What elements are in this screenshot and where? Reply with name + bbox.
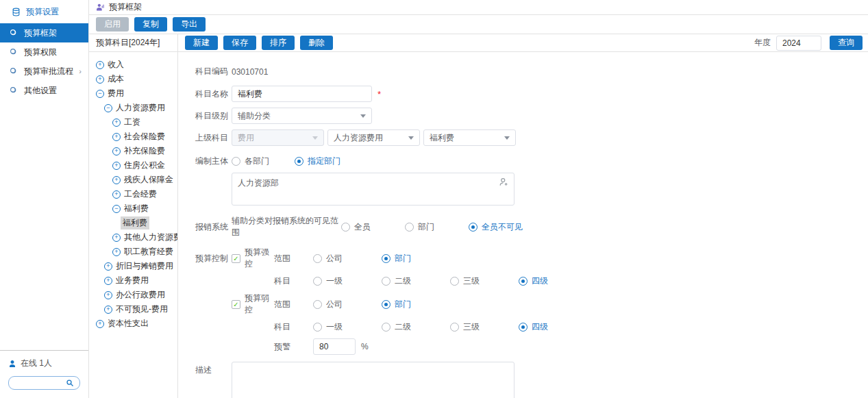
radio-icon[interactable] [313, 323, 322, 332]
expand-toggle-icon[interactable] [104, 291, 112, 299]
tree-node[interactable]: 职工教育经费 [89, 245, 177, 259]
parent-subject-select[interactable]: 福利费 [423, 129, 516, 146]
toolbar-button[interactable]: 排序 [262, 36, 295, 49]
tree-node[interactable]: 资本性支出 [89, 316, 177, 331]
compile-subject-option[interactable]: 指定部门 [295, 156, 358, 167]
sidebar-title-budget-settings[interactable]: 预算设置 [0, 4, 88, 23]
expand-toggle-icon[interactable] [104, 262, 112, 271]
tree-node[interactable]: 工会经费 [89, 187, 177, 201]
warning-threshold-input[interactable] [313, 338, 356, 355]
radio-icon[interactable] [519, 277, 528, 286]
reimburse-option[interactable]: 全员 [341, 221, 405, 233]
compile-subject-option[interactable]: 各部门 [232, 156, 295, 167]
sidebar-menu-item[interactable]: 预算审批流程 › [0, 62, 88, 81]
expand-toggle-icon[interactable] [112, 162, 121, 170]
checkbox-checked-icon[interactable] [232, 254, 240, 263]
radio-icon[interactable] [382, 277, 390, 286]
tree-node[interactable]: 福利费 [89, 216, 177, 230]
strong-control-checkbox-item[interactable]: 预算强控 [232, 247, 274, 270]
radio-icon[interactable] [382, 300, 390, 309]
expand-toggle-icon[interactable] [104, 277, 112, 285]
expand-toggle-icon[interactable] [112, 248, 121, 256]
weak-subject-option[interactable]: 三级 [450, 321, 519, 333]
tree-node[interactable]: 收入 [89, 58, 177, 72]
search-icon[interactable] [66, 379, 74, 387]
strong-subject-option[interactable]: 一级 [313, 275, 382, 287]
radio-icon[interactable] [405, 223, 414, 232]
radio-icon[interactable] [313, 300, 322, 309]
tree-node[interactable]: 不可预见-费用 [89, 302, 177, 316]
radio-icon[interactable] [382, 323, 390, 332]
radio-icon[interactable] [341, 223, 350, 232]
expand-toggle-icon[interactable] [112, 234, 121, 242]
action-button[interactable]: 导出 [173, 17, 206, 31]
radio-icon[interactable] [313, 254, 322, 263]
expand-toggle-icon[interactable] [96, 61, 104, 69]
weak-scope-option[interactable]: 公司 [313, 299, 382, 310]
radio-icon[interactable] [232, 157, 240, 166]
expand-toggle-icon[interactable] [112, 119, 121, 127]
checkbox-checked-icon[interactable] [232, 300, 240, 309]
toolbar-button[interactable]: 新建 [185, 36, 218, 49]
tree-node[interactable]: 费用 [89, 86, 177, 101]
strong-scope-option[interactable]: 部门 [382, 253, 450, 264]
expand-toggle-icon[interactable] [96, 75, 104, 84]
tree-node[interactable]: 折旧与摊销费用 [89, 259, 177, 273]
parent-subject-select[interactable]: 费用 [232, 129, 324, 146]
weak-subject-option[interactable]: 四级 [519, 321, 587, 333]
expand-toggle-icon[interactable] [96, 320, 104, 328]
radio-icon[interactable] [450, 277, 459, 286]
weak-scope-option[interactable]: 部门 [382, 299, 450, 310]
tree-node[interactable]: 其他人力资源费用 [89, 230, 177, 245]
radio-icon[interactable] [295, 157, 303, 166]
tree-node[interactable]: 业务费用 [89, 273, 177, 288]
expand-toggle-icon[interactable] [104, 104, 112, 112]
strong-subject-option[interactable]: 二级 [382, 275, 450, 287]
sidebar-menu-item[interactable]: 预算框架 [0, 23, 88, 42]
strong-scope-option[interactable]: 公司 [313, 253, 382, 264]
radio-icon[interactable] [382, 254, 390, 263]
radio-icon[interactable] [519, 323, 528, 332]
weak-control-checkbox-item[interactable]: 预算弱控 [232, 293, 274, 316]
radio-icon[interactable] [313, 277, 322, 286]
reimburse-option[interactable]: 部门 [405, 221, 469, 233]
tree-node[interactable]: 办公行政费用 [89, 288, 177, 302]
tree-node[interactable]: 补充保险费 [89, 144, 177, 158]
radio-icon[interactable] [469, 223, 478, 232]
add-member-icon[interactable] [499, 177, 509, 187]
expand-toggle-icon[interactable] [104, 306, 112, 314]
reimburse-option[interactable]: 全员不可见 [469, 221, 532, 233]
weak-subject-option[interactable]: 二级 [382, 321, 450, 333]
action-button[interactable]: 复制 [134, 17, 167, 31]
expand-toggle-icon[interactable] [112, 147, 121, 156]
expand-toggle-icon[interactable] [112, 205, 121, 213]
action-button[interactable]: 启用 [96, 17, 129, 31]
tree-node[interactable]: 福利费 [89, 201, 177, 216]
search-input[interactable] [14, 379, 66, 387]
strong-subject-option[interactable]: 四级 [519, 275, 587, 287]
toolbar-button[interactable]: 保存 [223, 36, 256, 49]
tree-node[interactable]: 社会保险费 [89, 129, 177, 144]
year-input[interactable] [776, 36, 821, 51]
tree-node[interactable]: 成本 [89, 72, 177, 86]
tree-node[interactable]: 工资 [89, 115, 177, 129]
tree-node[interactable]: 住房公积金 [89, 158, 177, 173]
query-button[interactable]: 查询 [830, 36, 863, 49]
description-textarea[interactable] [232, 362, 514, 398]
expand-toggle-icon[interactable] [112, 133, 121, 141]
sidebar-menu-item[interactable]: 预算权限 [0, 42, 88, 62]
sidebar-menu-item[interactable]: 其他设置 [0, 81, 88, 100]
weak-subject-option[interactable]: 一级 [313, 321, 382, 333]
expand-toggle-icon[interactable] [96, 90, 104, 98]
radio-icon[interactable] [450, 323, 459, 332]
tree-node[interactable]: 残疾人保障金 [89, 173, 177, 187]
parent-subject-select[interactable]: 人力资源费用 [327, 129, 420, 146]
strong-subject-option[interactable]: 三级 [450, 275, 519, 287]
expand-toggle-icon[interactable] [112, 190, 121, 199]
department-members-box[interactable]: 人力资源部 [232, 173, 514, 206]
subject-name-input[interactable] [232, 86, 372, 102]
toolbar-button[interactable]: 删除 [300, 36, 333, 49]
tree-node[interactable]: 人力资源费用 [89, 101, 177, 115]
subject-level-select[interactable]: 辅助分类 [232, 108, 372, 124]
expand-toggle-icon[interactable] [112, 176, 121, 184]
